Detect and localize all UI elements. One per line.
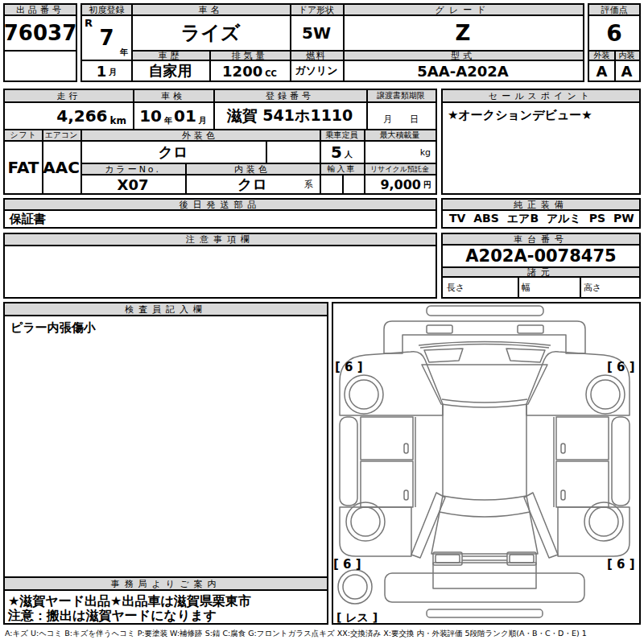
first-reg-month-unit: 月: [109, 67, 117, 80]
first-reg-month: 1: [97, 63, 107, 80]
ext-color-label: 外装色: [80, 129, 320, 142]
tail-light-right-inner: [510, 555, 534, 563]
front-wheel-right-inner: [591, 380, 620, 409]
exterior-label: 外装: [589, 50, 614, 61]
int-color-suffix: 系: [304, 179, 313, 191]
mileage-label: 走行: [5, 90, 133, 103]
shift-value: FAT: [5, 142, 42, 193]
specs-height-label: 高さ: [580, 278, 639, 297]
sales-point-box: セールスポイント ★オークションデビュー★: [441, 89, 641, 195]
int-color-label: 内装色: [185, 163, 320, 175]
inspector-value: ピラー内張傷小: [10, 320, 96, 336]
divider-line: [213, 90, 215, 129]
aircon-label: エアコン: [42, 129, 80, 142]
c-pillar-left: [411, 493, 445, 558]
rear-window-line: [440, 512, 530, 517]
displacement-unit: CC: [265, 69, 277, 80]
spare-tire-label: [ レス ]: [336, 611, 378, 623]
chassis-specs-box: 車台番号 A202A-0078475 諸元 長さ 幅 高さ: [441, 233, 641, 299]
first-reg-year-cell: R 7 年: [82, 16, 131, 61]
auction-number-empty-cell: [5, 50, 76, 80]
front-wheel-left-inner: [349, 380, 378, 409]
int-color-cell: クロ 系: [185, 175, 320, 193]
later-parts-box: 後日発送部品 保証書: [3, 198, 437, 229]
c-pillar-right: [524, 493, 558, 558]
mileage-value: 4,266: [56, 106, 107, 126]
divider-line: [320, 129, 321, 193]
rear-wheel-left-inner: [351, 507, 380, 536]
office-label: 事務局よりご案内: [5, 576, 327, 591]
divider-line: [80, 129, 82, 193]
rear-strip: [427, 609, 543, 617]
fuel-label: 燃料: [290, 50, 343, 61]
score-value: 6: [589, 16, 639, 50]
spare-tire-inner: [343, 575, 367, 599]
auction-number-box: 出品番号 76037: [3, 3, 77, 82]
color-no-label: カラーNo.: [80, 163, 185, 175]
front-wheel-right: [586, 375, 625, 414]
model-code-value: 5AA-A202A: [343, 61, 583, 80]
divider-line: [42, 129, 43, 193]
tire-grade-front-right: [ 6 ]: [607, 360, 635, 374]
transfer-deadline-cell: 月 日: [366, 103, 436, 129]
rocker-panel-left: [340, 417, 357, 506]
divider-line: [185, 163, 187, 193]
car-diagram-box: [ 6 ] [ 6 ] [ 6 ] [ 6 ] [ レス ]: [332, 302, 641, 625]
divider-line: [131, 5, 133, 80]
notes-box: 注意事項欄: [3, 233, 437, 299]
exterior-value: A: [589, 61, 614, 80]
later-parts-value: 保証書: [5, 211, 436, 227]
interior-value: A: [614, 61, 639, 80]
capacity-unit: 人: [345, 149, 353, 163]
divider-line: [266, 142, 267, 163]
front-wheel-left: [345, 375, 383, 414]
mileage-cell: 4,266 km: [5, 103, 133, 129]
aircon-value: AAC: [42, 142, 80, 193]
divider-line: [580, 278, 581, 297]
door-handle: [561, 444, 565, 453]
recycle-cell: 9,000 円: [364, 175, 436, 193]
headlight-right: [518, 325, 543, 333]
door-handle: [561, 490, 565, 500]
color-no-value: X07: [80, 175, 185, 193]
cowl-line: [420, 345, 549, 349]
rear-window: [431, 496, 538, 554]
import-car-label: 輸入車: [320, 163, 364, 175]
trunk-lid: [433, 563, 536, 588]
max-load-unit: kg: [420, 147, 431, 158]
rear-bumper: [385, 573, 584, 602]
shaken-year: 10: [139, 106, 162, 126]
first-reg-year-unit: 年: [120, 47, 128, 58]
notes-value: [5, 246, 436, 297]
transfer-month-unit: 月: [383, 114, 392, 126]
front-roof-strip: [427, 306, 543, 316]
import-car-empty-cell: [342, 175, 364, 193]
grade-value: Z: [343, 16, 583, 50]
door-shape-label: ドア形状: [290, 5, 343, 16]
shaken-cell: 10 年 01 月: [133, 103, 213, 129]
shift-label: シフト: [5, 129, 42, 142]
tail-light-left-inner: [436, 555, 460, 563]
import-car-empty-cell: [320, 175, 342, 193]
first-reg-era: R: [85, 17, 93, 29]
tire-grade-front-left: [ 6 ]: [335, 360, 363, 374]
first-reg-label: 初度登録: [82, 5, 131, 16]
divider-line: [342, 175, 344, 193]
rocker-panel-right: [612, 417, 630, 506]
office-line2: 注意：搬出は滋賀ヤードになります: [8, 608, 217, 625]
interior-label: 内装: [614, 50, 639, 61]
capacity-value: 5: [331, 142, 342, 162]
grade-label: グレード: [343, 5, 583, 16]
displacement-label: 排気量: [209, 50, 290, 61]
divider-line: [209, 50, 211, 80]
auction-number-label: 出品番号: [5, 5, 76, 16]
fuel-value: ガソリン: [290, 61, 343, 80]
auction-number-value: 76037: [5, 16, 76, 50]
shaken-year-unit: 年: [164, 115, 172, 129]
ext-color-empty-cell: [266, 142, 320, 163]
car-name-value: ライズ: [131, 16, 290, 50]
rear-wheel-left: [346, 502, 385, 541]
equipment-value: TV ABS エアB アルミ PS PW: [443, 211, 639, 227]
specs-length-label: 長さ: [443, 278, 518, 297]
capacity-cell: 5 人: [320, 142, 364, 163]
